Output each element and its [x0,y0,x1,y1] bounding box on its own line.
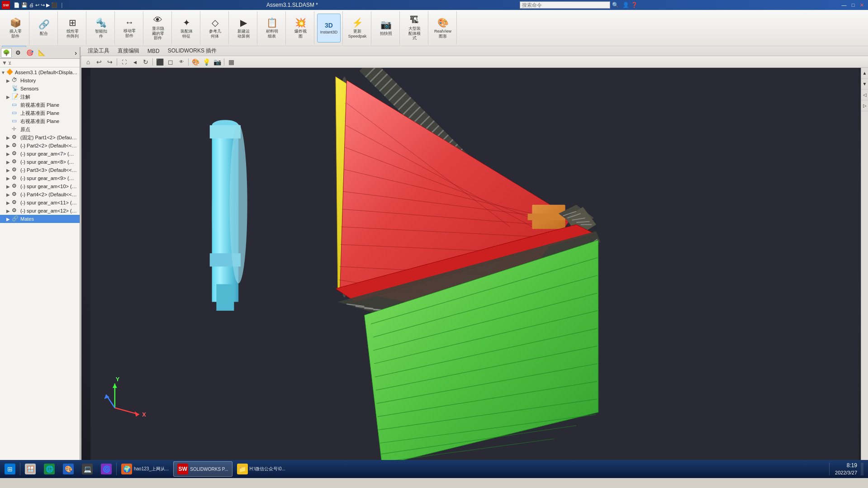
panel-tab-property[interactable]: ⚙ [13,48,24,58]
tree-item-mates[interactable]: ▶ 🔗 Mates [0,215,80,223]
tree-item-right-plane[interactable]: ▭ 右视基准面 Plane [0,117,80,125]
toolbar-btn-realview[interactable]: 🎨 RealView图形 [431,14,455,43]
view-btn-display[interactable]: ◻ [166,57,175,66]
right-tab-1[interactable]: ▲ [861,68,868,79]
view-btn-grid[interactable]: ▦ [226,57,236,66]
tree-item-part4[interactable]: ▶ ⚙ (-) Part4<2> (Default<<Defaul [0,190,80,199]
taskbar-app-hao123[interactable]: 🌍 hao123_上网从... [118,461,172,477]
view-btn-rotate[interactable]: ↻ [141,57,151,66]
right-tab-2[interactable]: ▼ [861,79,868,90]
view-btn-section[interactable]: ⬛ [155,57,165,66]
menu-mbd[interactable]: MBD [144,47,163,55]
show-desktop-button[interactable] [861,463,863,475]
expand-spur7[interactable]: ▶ [6,152,12,156]
expand-mates[interactable]: ▶ [6,217,12,222]
view-btn-camera[interactable]: 📷 [212,57,222,66]
menu-render[interactable]: 渲染工具 [84,46,113,56]
toolbar-btn-snapshot[interactable]: 📷 拍快照 [374,14,398,43]
toolbar-btn-linear-array[interactable]: ⊞ 线性零件阵列 [61,14,84,43]
view-btn-lights[interactable]: 💡 [201,57,211,66]
right-tab-3[interactable]: ◁ [861,90,868,100]
toolbar-btn-ref-geometry[interactable]: ◇ 参考几何体 [203,14,227,43]
restore-button[interactable]: □ [849,1,857,9]
tree-item-part1[interactable]: ▶ ⚙ (固定) Part1<2> (Default<<Def [0,133,80,142]
taskbar-app-4[interactable]: 💻 [78,461,96,477]
expand-part4[interactable]: ▶ [6,192,12,197]
view-btn-appearance[interactable]: 🎨 [190,57,200,66]
start-button[interactable]: ⊞ [1,461,19,477]
toolbar-btn-assembly-feature[interactable]: ✦ 装配体特征 [175,14,198,43]
taskbar-app-5[interactable]: 🌀 [97,461,115,477]
toolbar-btn-insert-part[interactable]: 📦 插入零部件 [4,14,27,43]
taskbar-app-folder[interactable]: 📁 H:\微信公众号\0... [233,461,289,477]
menu-direct-edit[interactable]: 直接编辑 [114,46,143,56]
tree-item-part3[interactable]: ▶ ⚙ (-) Part3<3> (Default<<Defaul [0,166,80,174]
search-input[interactable] [520,1,610,9]
toolbar-btn-instant3d[interactable]: 3D Instant3D [317,14,341,43]
explode-label: 爆炸视图 [294,29,307,39]
tree-item-history[interactable]: ▶ ⏱ History [0,76,80,85]
toolbar-btn-smart-fastener[interactable]: 🔩 智能扣件 [89,14,113,43]
expand-spur12[interactable]: ▶ [6,208,12,213]
toolbar-btn-bom[interactable]: 📋 材料明细表 [260,14,284,43]
taskbar-app-1[interactable]: 🪟 [21,461,39,477]
panel-tab-feature-tree[interactable]: 🌳 [1,48,12,58]
toolbar-group-snapshot: 📷 拍快照 [372,11,400,45]
view-btn-prev-view[interactable]: ◂ [130,57,140,66]
tree-item-spur9[interactable]: ▶ ⚙ (-) spur gear_am<9> (Metric - [0,174,80,182]
expand-part2[interactable]: ▶ [6,143,12,148]
panel-collapse-button[interactable]: › [73,49,79,57]
expand-spur11[interactable]: ▶ [6,200,12,205]
large-assembly-icon: 🏗 [410,15,419,25]
toolbar-group-ref-geometry: ◇ 参考几何体 [201,11,229,45]
expand-spur9[interactable]: ▶ [6,176,12,181]
tree-item-spur10[interactable]: ▶ ⚙ (-) spur gear_am<10> (Metric [0,182,80,190]
toolbar-btn-mate[interactable]: 🔗 配合 [32,14,56,43]
speedpak-label: 更新Speedpak [348,29,367,39]
tree-item-front-plane[interactable]: ▭ 前视基准面 Plane [0,101,80,109]
right-tab-4[interactable]: ▷ [861,100,868,111]
toolbar-btn-show-hide[interactable]: 👁 显示隐藏的零部件 [146,14,170,43]
panel-tab-display[interactable]: 📐 [36,48,47,58]
toolbar-btn-large-assembly[interactable]: 🏗 大型装配体模式 [403,14,426,43]
expand-history[interactable]: ▶ [6,78,12,83]
tree-item-spur8[interactable]: ▶ ⚙ (-) spur gear_am<8> (Metric - [0,158,80,166]
expand-part3[interactable]: ▶ [6,168,12,173]
view-btn-zoom-fit[interactable]: ⛶ [119,57,129,66]
tree-item-sensors[interactable]: 📡 Sensors [0,85,80,93]
tree-item-part2[interactable]: ▶ ⚙ (-) Part2<2> (Default<<Defaul [0,142,80,150]
mates-label: Mates [20,216,34,222]
tree-item-origin[interactable]: ✛ 原点 [0,125,80,133]
toolbar-btn-explode[interactable]: 💥 爆炸视图 [289,14,312,43]
expand-spur8[interactable]: ▶ [6,160,12,165]
toolbar-btn-speedpak[interactable]: ⚡ 更新Speedpak [346,14,369,43]
part3-label: (-) Part3<3> (Default<<Defaul [20,167,78,173]
view-btn-undo[interactable]: ↩ [94,57,104,66]
taskbar-app-2[interactable]: 🌐 [40,461,58,477]
expand-root[interactable]: ▼ [1,70,6,75]
toolbar-btn-motion[interactable]: ▶ 新建运动算例 [232,14,255,43]
tree-item-annotations[interactable]: ▶ 📝 注解 [0,93,80,101]
tree-item-spur12[interactable]: ▶ ⚙ (-) spur gear_am<12> (Metric [0,207,80,215]
3d-viewport[interactable]: X Y [81,68,868,478]
toolbar-btn-move[interactable]: ↔ 移动零部件 [118,14,141,43]
tree-item-spur11[interactable]: ▶ ⚙ (-) spur gear_am<11> (Metric [0,199,80,207]
panel-tab-config[interactable]: 🎯 [24,48,35,58]
view-btn-hide[interactable]: 👁 [176,57,186,66]
linear-array-icon: ⊞ [69,17,76,28]
view-btn-redo[interactable]: ↪ [105,57,115,66]
tree-item-root[interactable]: ▼ 🔶 Assem3.1 (Default<Display State- [0,68,80,76]
taskbar-app-3[interactable]: 🎨 [59,461,77,477]
minimize-button[interactable]: — [840,1,848,9]
sensors-icon: 📡 [12,85,19,92]
tree-item-top-plane[interactable]: ▭ 上视基准面 Plane [0,109,80,117]
tree-item-spur7[interactable]: ▶ ⚙ (-) spur gear_am<7> (Metric - [0,150,80,158]
taskbar-app-solidworks[interactable]: SW SOLIDWORKS P... [173,461,232,477]
toolbar-group-realview: 🎨 RealView图形 [429,11,457,45]
expand-spur10[interactable]: ▶ [6,184,12,189]
close-button[interactable]: ✕ [858,1,866,9]
expand-annotations[interactable]: ▶ [6,95,12,99]
expand-part1[interactable]: ▶ [6,135,12,140]
menu-plugins[interactable]: SOLIDWORKS 插件 [164,46,221,56]
view-btn-home[interactable]: ⌂ [83,57,93,66]
